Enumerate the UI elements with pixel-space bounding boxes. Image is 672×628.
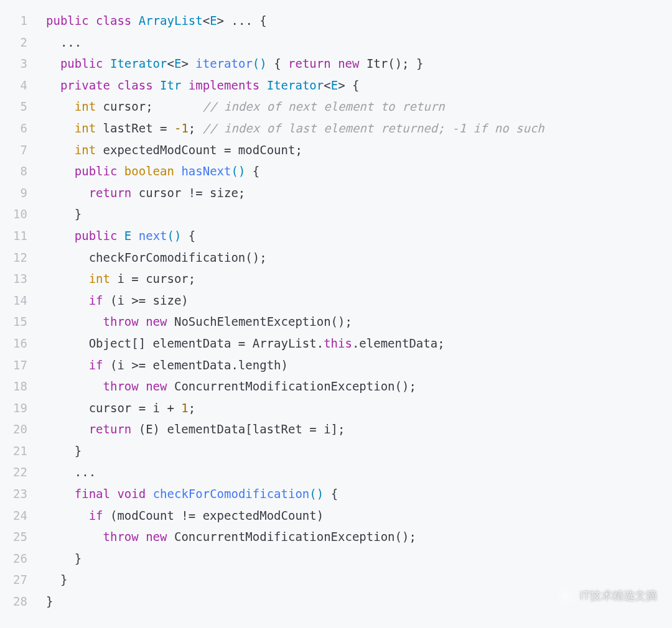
token-num: -1: [174, 121, 189, 135]
token-kw: new: [146, 315, 167, 328]
token-plain: [181, 78, 188, 92]
code-line: if (modCount != expectedModCount): [46, 505, 672, 527]
code-line: private class Itr implements Iterator<E>…: [46, 75, 672, 96]
token-kw: private: [60, 78, 110, 92]
token-plain: [46, 379, 103, 393]
line-number: 10: [0, 203, 27, 225]
code-line: final void checkForComodification() {: [46, 483, 672, 505]
code-line: throw new ConcurrentModificationExceptio…: [46, 376, 672, 397]
line-number: 16: [0, 333, 27, 354]
token-plain: [103, 57, 110, 70]
token-kw: if: [89, 358, 103, 372]
token-plain: [46, 422, 89, 436]
code-line: }: [46, 440, 672, 462]
line-number: 1: [0, 10, 27, 32]
token-plain: [46, 229, 75, 242]
token-plain: [46, 272, 89, 285]
svg-point-0: [562, 593, 567, 598]
line-number-gutter: 1234567891011121314151617181920212223242…: [0, 10, 39, 612]
line-number: 21: [0, 440, 27, 462]
token-plain: [110, 78, 117, 92]
token-typedecl: E: [124, 229, 131, 242]
token-plain: [46, 358, 89, 372]
token-plain: [139, 315, 146, 328]
token-plain: [153, 78, 160, 92]
code-line: ...: [46, 461, 672, 483]
token-type: boolean: [124, 164, 174, 178]
token-plain: {: [181, 229, 195, 242]
token-plain: {: [245, 164, 259, 178]
code-line: return (E) elementData[lastRet = i];: [46, 418, 672, 440]
line-number: 26: [0, 548, 27, 570]
token-plain: ;: [189, 121, 203, 135]
code-line: if (i >= elementData.length): [46, 354, 672, 376]
token-plain: (modCount != expectedModCount): [103, 509, 324, 522]
line-number: 25: [0, 526, 27, 548]
token-kw: return: [89, 422, 132, 436]
line-number: 27: [0, 569, 27, 591]
line-number: 6: [0, 118, 27, 139]
token-plain: <: [203, 14, 210, 27]
token-plain: }: [46, 594, 53, 608]
token-plain: expectedModCount = modCount;: [96, 143, 302, 157]
token-kw: if: [89, 293, 103, 307]
code-line: Object[] elementData = ArrayList.this.el…: [46, 333, 672, 354]
line-number: 11: [0, 225, 27, 247]
token-plain: ...: [46, 465, 96, 479]
token-plain: [46, 509, 89, 522]
token-plain: >: [338, 78, 345, 92]
token-kw: throw: [103, 379, 139, 393]
token-plain: [46, 530, 103, 543]
token-kw: public: [46, 14, 89, 27]
token-plain: [117, 164, 124, 178]
token-plain: Itr(); }: [359, 57, 423, 70]
svg-point-1: [566, 595, 569, 598]
token-kw: final: [75, 487, 110, 501]
token-plain: (E) elementData[lastRet = i];: [131, 422, 345, 436]
token-plain: cursor != size;: [131, 186, 245, 200]
token-fn: checkForComodification: [153, 487, 310, 501]
token-plain: [46, 143, 75, 157]
token-plain: [110, 487, 117, 501]
line-number: 20: [0, 418, 27, 440]
code-block: 1234567891011121314151617181920212223242…: [0, 0, 672, 612]
token-plain: {: [267, 57, 288, 70]
token-plain: [131, 229, 138, 242]
code-line: public Iterator<E> iterator() { return n…: [46, 53, 672, 75]
token-plain: [46, 57, 60, 70]
line-number: 18: [0, 376, 27, 397]
token-plain: >: [181, 57, 188, 70]
line-number: 12: [0, 247, 27, 269]
token-plain: ;: [189, 401, 195, 415]
token-plain: }: [46, 444, 82, 458]
token-op: (): [167, 229, 182, 242]
token-plain: lastRet =: [96, 121, 174, 135]
token-plain: (i >= size): [103, 293, 189, 307]
token-kw: new: [146, 379, 167, 393]
token-op: (): [231, 164, 245, 178]
token-typedecl: Iterator: [110, 57, 167, 70]
token-cmt: // index of last element returned; -1 if…: [203, 121, 544, 135]
token-plain: [46, 186, 89, 200]
code-line: checkForComodification();: [46, 247, 672, 269]
code-line: return cursor != size;: [46, 182, 672, 204]
token-cmt: // index of next element to return: [203, 99, 445, 113]
token-kw: implements: [189, 78, 259, 92]
token-type: int: [75, 143, 96, 157]
token-plain: (i >= elementData.length): [103, 358, 288, 372]
code-line: cursor = i + 1;: [46, 397, 672, 419]
token-plain: [331, 57, 338, 70]
code-line: int i = cursor;: [46, 268, 672, 290]
token-plain: [46, 99, 75, 113]
token-fn: next: [139, 229, 167, 242]
line-number: 9: [0, 182, 27, 204]
token-plain: }: [46, 207, 82, 221]
token-typedecl: E: [174, 57, 181, 70]
line-number: 14: [0, 290, 27, 312]
code-line: }: [46, 203, 672, 225]
token-plain: [89, 14, 96, 27]
token-plain: [46, 78, 60, 92]
token-plain: i = cursor;: [110, 272, 195, 285]
token-plain: [139, 379, 146, 393]
code-line: int lastRet = -1; // index of last eleme…: [46, 118, 672, 139]
